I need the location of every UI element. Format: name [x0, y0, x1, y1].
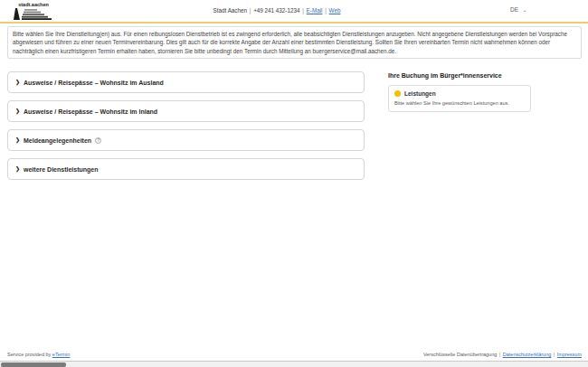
imprint-link[interactable]: Impressum	[557, 352, 582, 357]
etermin-link[interactable]: eTermin	[52, 352, 71, 357]
booking-title: Ihre Buchung im Bürger*innenservice	[388, 72, 531, 79]
accordion-item-label: Ausweise / Reisepässe – Wohnsitz im Inla…	[24, 108, 157, 115]
chevron-right-icon: ❯	[15, 166, 20, 172]
provided-by-text: Service provided by	[7, 352, 51, 357]
info-icon[interactable]: ?	[95, 137, 101, 144]
accordion-item-label: weitere Dienstleistungen	[24, 166, 98, 173]
privacy-policy-link[interactable]: Datenschutzerklärung	[503, 352, 552, 357]
brand-accent-line	[0, 22, 588, 24]
separator: |	[554, 352, 555, 357]
horizontal-scrollbar[interactable]	[0, 361, 588, 367]
accordion-item-weitere-dienstleistungen[interactable]: ❯ weitere Dienstleistungen	[7, 158, 365, 180]
footer: Service provided by eTermin Verschlüssel…	[0, 350, 588, 360]
step-label: Leistungen	[404, 90, 436, 97]
footer-legal: Verschlüsselte Datenübertragung | Datens…	[423, 352, 582, 357]
phone-number: +49 241 432-1234	[253, 7, 299, 14]
chevron-right-icon: ❯	[15, 80, 20, 85]
booking-step-row: Leistungen	[394, 90, 525, 97]
step-status-dot-icon	[394, 90, 401, 97]
encrypted-transfer-text: Verschlüsselte Datenübertragung	[423, 352, 497, 357]
accordion-item-ausweise-inland[interactable]: ❯ Ausweise / Reisepässe – Wohnsitz im In…	[7, 100, 365, 122]
email-link[interactable]: E-Mail	[307, 7, 323, 14]
org-name: Stadt Aachen	[213, 7, 247, 14]
header: stadt.aachen Stadt Aachen | +49 241 432-…	[0, 0, 588, 22]
separator: |	[250, 7, 251, 14]
separator: |	[302, 7, 304, 14]
separator: |	[499, 352, 500, 357]
booking-step-box: Leistungen Bitte wählen Sie Ihre gewünsc…	[388, 85, 531, 112]
accordion-item-label: Ausweise / Reisepässe – Wohnsitz im Ausl…	[24, 80, 164, 86]
web-link[interactable]: Web	[329, 7, 341, 14]
chevron-right-icon: ❯	[15, 108, 20, 114]
step-hint: Bitte wählen Sie Ihre gewünschten Leistu…	[394, 100, 525, 106]
accordion-item-label: Meldeangelegenheiten	[24, 137, 91, 144]
language-label: DE	[510, 6, 518, 13]
header-contact: Stadt Aachen | +49 241 432-1234 | E-Mail…	[0, 7, 554, 14]
footer-provider: Service provided by eTermin	[7, 352, 70, 357]
separator: |	[325, 7, 327, 14]
intro-notice: Bitte wählen Sie Ihre Dienstleitung(en) …	[7, 26, 582, 59]
chevron-down-icon: ⌄	[523, 7, 527, 13]
booking-summary-panel: Ihre Buchung im Bürger*innenservice Leis…	[388, 72, 531, 112]
accordion-item-ausweise-ausland[interactable]: ❯ Ausweise / Reisepässe – Wohnsitz im Au…	[7, 71, 365, 93]
language-selector[interactable]: DE ⌄	[510, 6, 527, 13]
horizontal-scrollbar-thumb[interactable]	[1, 362, 66, 367]
chevron-right-icon: ❯	[15, 137, 20, 143]
page: stadt.aachen Stadt Aachen | +49 241 432-…	[0, 0, 588, 367]
service-accordion: ❯ Ausweise / Reisepässe – Wohnsitz im Au…	[7, 71, 365, 180]
accordion-item-meldeangelegenheiten[interactable]: ❯ Meldeangelegenheiten ?	[7, 129, 365, 151]
